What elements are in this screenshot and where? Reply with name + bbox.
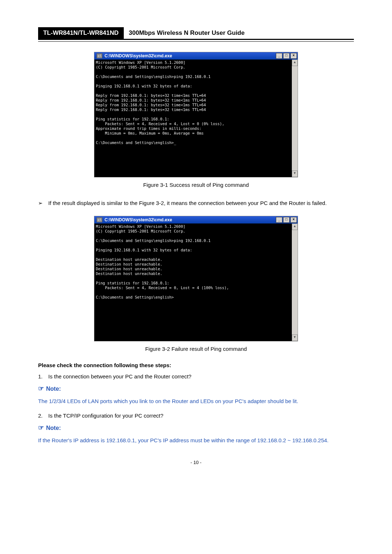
maximize-button[interactable]: □: [283, 217, 290, 223]
window-control-group: _ □ ×: [276, 217, 297, 223]
cmd-window-failure: c:\ C:\WINDOWS\system32\cmd.exe _ □ × Mi…: [94, 216, 298, 341]
hand-icon: ☞: [38, 385, 44, 392]
scrollbar[interactable]: ▲ ▼: [292, 59, 298, 177]
cmd-window-success: c:\ C:\WINDOWS\system32\cmd.exe _ □ × Mi…: [94, 52, 298, 177]
close-button[interactable]: ×: [290, 53, 297, 59]
paragraph-text: If the result displayed is similar to th…: [48, 200, 327, 206]
arrow-bullet-icon: ➢: [38, 198, 48, 208]
scroll-up-icon[interactable]: ▲: [292, 59, 298, 66]
header-title: 300Mbps Wireless N Router User Guide: [124, 27, 245, 39]
figure-caption-1: Figure 3-1 Success result of Ping comman…: [38, 182, 354, 188]
note-label: Note:: [46, 425, 61, 431]
cmd-title-text: C:\WINDOWS\system32\cmd.exe: [105, 217, 276, 222]
scroll-down-icon[interactable]: ▼: [292, 335, 298, 341]
steps-heading: Please check the connection following th…: [38, 362, 354, 368]
close-button[interactable]: ×: [290, 217, 297, 223]
cmd-icon: c:\: [97, 217, 102, 222]
scroll-track[interactable]: [292, 66, 298, 171]
cmd-output: Microsoft Windows XP [Version 5.1.2600] …: [94, 223, 292, 341]
scroll-down-icon[interactable]: ▼: [292, 171, 298, 177]
step-2: 2.Is the TCP/IP configuration for your P…: [38, 413, 354, 419]
minimize-button[interactable]: _: [276, 53, 282, 59]
note-heading-1: ☞Note:: [38, 385, 354, 393]
note-text-2: If the Router's IP address is 192.168.0.…: [38, 435, 354, 445]
step-text: Is the TCP/IP configuration for your PC …: [48, 413, 163, 419]
page-header: TL-WR841N/TL-WR841ND 300Mbps Wireless N …: [38, 27, 354, 40]
cmd-titlebar: c:\ C:\WINDOWS\system32\cmd.exe _ □ ×: [94, 216, 298, 223]
window-control-group: _ □ ×: [276, 53, 297, 59]
step-number: 2.: [38, 413, 48, 419]
maximize-button[interactable]: □: [283, 53, 290, 59]
cmd-title-text: C:\WINDOWS\system32\cmd.exe: [105, 53, 276, 58]
scroll-up-icon[interactable]: ▲: [292, 223, 298, 230]
minimize-button[interactable]: _: [276, 217, 282, 223]
step-number: 1.: [38, 373, 48, 379]
scrollbar[interactable]: ▲ ▼: [292, 223, 298, 341]
cmd-titlebar: c:\ C:\WINDOWS\system32\cmd.exe _ □ ×: [94, 52, 298, 59]
paragraph-failed-intro: ➢If the result displayed is similar to t…: [38, 198, 354, 208]
note-text-1: The 1/2/3/4 LEDs of LAN ports which you …: [38, 396, 354, 406]
step-1: 1.Is the connection between your PC and …: [38, 373, 354, 379]
hand-icon: ☞: [38, 424, 44, 431]
note-label: Note:: [46, 386, 61, 392]
cmd-icon: c:\: [97, 53, 102, 58]
header-rule: [38, 41, 354, 42]
cmd-output: Microsoft Windows XP [Version 5.1.2600] …: [94, 59, 292, 177]
page-number: - 10 -: [38, 460, 354, 465]
header-model: TL-WR841N/TL-WR841ND: [38, 27, 124, 39]
step-text: Is the connection between your PC and th…: [48, 373, 191, 379]
scroll-track[interactable]: [292, 230, 298, 335]
figure-caption-2: Figure 3-2 Failure result of Ping comman…: [38, 346, 354, 352]
note-heading-2: ☞Note:: [38, 424, 354, 432]
